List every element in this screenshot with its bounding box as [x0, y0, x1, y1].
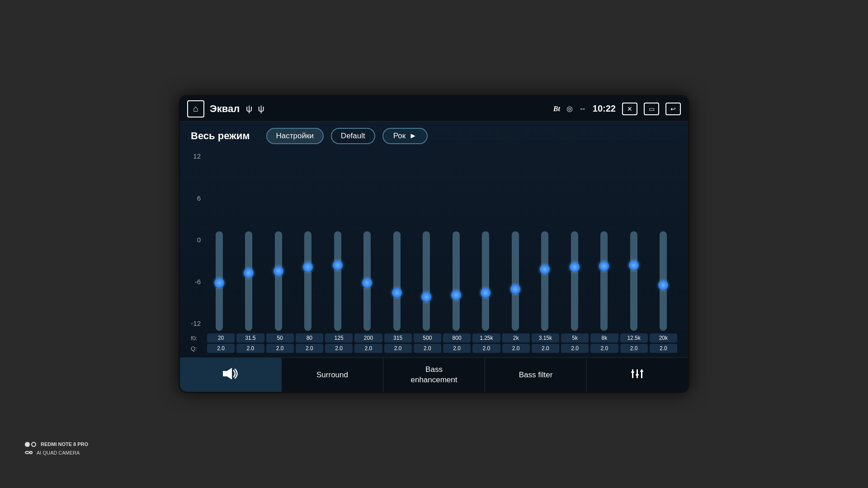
q-value-8k: 2.0: [590, 344, 618, 353]
mode-label: Весь режим: [191, 130, 250, 142]
back-button[interactable]: ↩: [665, 103, 681, 115]
main-content: Весь режим Настройки Default Рок ► 12 6 …: [180, 122, 688, 357]
bass-filter-label: Bass filter: [519, 371, 553, 380]
scale-0: 0: [191, 236, 201, 244]
slider-track-50[interactable]: [275, 231, 282, 331]
tab-mixer[interactable]: [587, 358, 688, 392]
eq-band-3.15k: [531, 231, 559, 331]
slider-thumb-800[interactable]: [451, 290, 461, 300]
watermark: REDMI NOTE 8 PRO AI QUAD CAMERA: [25, 441, 88, 456]
slider-track-800[interactable]: [453, 231, 460, 331]
eq-band-20: [205, 231, 233, 331]
back-icon: ↩: [670, 105, 676, 113]
q-value-31.5: 2.0: [236, 344, 264, 353]
freq-label-80: 80: [296, 333, 323, 343]
q-value-80: 2.0: [296, 344, 323, 353]
slider-thumb-8k[interactable]: [599, 261, 609, 271]
slider-track-8k[interactable]: [600, 231, 608, 331]
svg-rect-2: [632, 369, 633, 378]
slider-track-31.5[interactable]: [245, 231, 252, 331]
slider-thumb-2k[interactable]: [510, 284, 520, 294]
q-values: 2.02.02.02.02.02.02.02.02.02.02.02.02.02…: [207, 344, 677, 353]
slider-track-200[interactable]: [363, 231, 371, 331]
tab-bass-enhancement[interactable]: Bassenhancement: [383, 358, 485, 392]
freq-label-2k: 2k: [502, 333, 530, 343]
eq-band-31.5: [235, 231, 263, 331]
slider-thumb-31.5[interactable]: [244, 268, 254, 278]
slider-thumb-200[interactable]: [362, 278, 372, 288]
eq-band-12.5k: [620, 231, 648, 331]
tab-bass-filter[interactable]: Bass filter: [485, 358, 587, 392]
freq-label-800: 800: [443, 333, 471, 343]
slider-track-3.15k[interactable]: [541, 231, 548, 331]
window-button[interactable]: ▭: [644, 103, 659, 115]
eq-band-125: [324, 231, 352, 331]
slider-track-1.25k[interactable]: [482, 231, 489, 331]
tuning-icon-2[interactable]: ψ: [258, 103, 264, 114]
freq-label-20k: 20k: [650, 333, 677, 343]
freq-label-315: 315: [384, 333, 412, 343]
slider-track-2k[interactable]: [512, 231, 519, 331]
preset-arrow-icon: ►: [409, 131, 417, 141]
window-icon: ▭: [649, 105, 655, 113]
preset-button[interactable]: Рок ►: [382, 128, 428, 144]
screen-title: Эквал: [210, 103, 240, 115]
slider-track-20k[interactable]: [660, 231, 667, 331]
q-value-50: 2.0: [266, 344, 294, 353]
q-value-125: 2.0: [325, 344, 353, 353]
slider-thumb-1.25k[interactable]: [481, 288, 491, 298]
slider-track-5k[interactable]: [571, 231, 578, 331]
slider-track-125[interactable]: [334, 231, 341, 331]
slider-track-12.5k[interactable]: [630, 231, 637, 331]
slider-thumb-12.5k[interactable]: [629, 260, 639, 270]
slider-thumb-50[interactable]: [274, 266, 283, 276]
slider-thumb-80[interactable]: [303, 262, 313, 272]
tuning-icon-1[interactable]: ψ: [246, 103, 252, 114]
bottom-labels: f0: 2031.550801252003155008001.25k2k3.15…: [191, 333, 677, 353]
slider-thumb-20[interactable]: [214, 278, 224, 288]
eq-sliders: [205, 149, 677, 331]
freq-label-12.5k: 12.5k: [620, 333, 648, 343]
eq-band-8k: [590, 231, 618, 331]
tab-eq[interactable]: [180, 358, 282, 392]
tab-surround[interactable]: Surround: [282, 358, 383, 392]
slider-thumb-125[interactable]: [333, 260, 343, 270]
slider-track-80[interactable]: [304, 231, 311, 331]
freq-label-125: 125: [325, 333, 353, 343]
slider-thumb-3.15k[interactable]: [540, 264, 550, 274]
speaker-icon: [222, 366, 239, 384]
svg-rect-0: [223, 371, 227, 376]
home-button[interactable]: ⌂: [187, 100, 204, 117]
slider-thumb-500[interactable]: [421, 292, 431, 302]
top-bar-icons: ψ ψ: [246, 103, 264, 114]
slider-track-315[interactable]: [393, 231, 401, 331]
mixer-icon: [630, 366, 645, 384]
slider-track-20[interactable]: [216, 231, 223, 331]
eq-band-20k: [650, 231, 678, 331]
freq-label-1.25k: 1.25k: [472, 333, 500, 343]
q-value-5k: 2.0: [561, 344, 589, 353]
q-row: Q: 2.02.02.02.02.02.02.02.02.02.02.02.02…: [191, 344, 677, 353]
svg-rect-5: [631, 371, 634, 373]
camera-icons: REDMI NOTE 8 PRO: [25, 441, 88, 448]
close-button[interactable]: ✕: [622, 103, 637, 115]
default-button[interactable]: Default: [331, 128, 375, 144]
freq-label-5k: 5k: [561, 333, 589, 343]
q-value-20k: 2.0: [650, 344, 677, 353]
eq-band-1.25k: [472, 231, 500, 331]
q-value-12.5k: 2.0: [620, 344, 648, 353]
freq-label-3.15k: 3.15k: [532, 333, 559, 343]
slider-thumb-5k[interactable]: [570, 262, 580, 272]
settings-button[interactable]: Настройки: [266, 128, 324, 144]
controls-row: Весь режим Настройки Default Рок ►: [191, 128, 677, 144]
svg-rect-6: [636, 374, 639, 375]
freq-label-20: 20: [207, 333, 235, 343]
slider-track-500[interactable]: [423, 231, 430, 331]
surround-label: Surround: [316, 371, 348, 380]
slider-thumb-20k[interactable]: [658, 280, 668, 290]
camera-label: AI QUAD CAMERA: [37, 449, 80, 457]
slider-thumb-315[interactable]: [392, 288, 402, 298]
q-value-200: 2.0: [354, 344, 382, 353]
eq-band-800: [442, 231, 470, 331]
q-value-500: 2.0: [414, 344, 441, 353]
